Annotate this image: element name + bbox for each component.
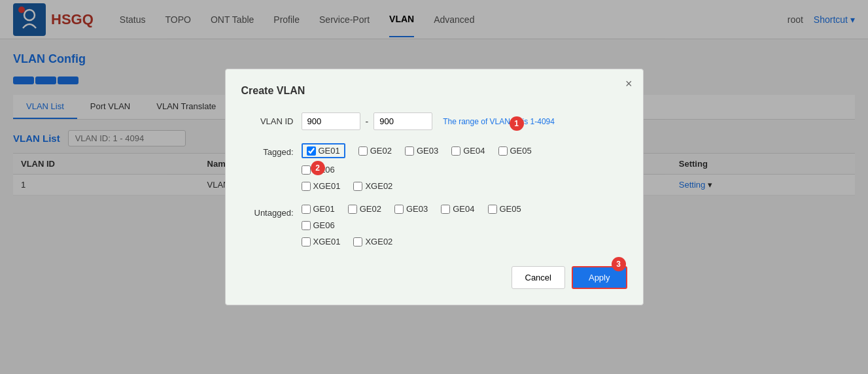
untagged-ge05-label: GE05 bbox=[500, 204, 521, 214]
tagged-ge04-checkbox[interactable] bbox=[451, 146, 460, 156]
tagged-xge02-item: XGE02 bbox=[353, 181, 392, 191]
tagged-xge02-label: XGE02 bbox=[365, 181, 392, 191]
tagged-xge02-checkbox[interactable] bbox=[353, 182, 362, 191]
untagged-ge01-item: GE01 bbox=[302, 204, 335, 214]
untagged-ge04-checkbox[interactable] bbox=[441, 205, 450, 214]
tagged-ge01-item: GE01 bbox=[302, 143, 345, 158]
untagged-ge02-checkbox[interactable] bbox=[348, 205, 357, 214]
create-vlan-dialog: Create VLAN × 1 VLAN ID - The range of V… bbox=[225, 69, 644, 305]
untagged-checkbox-group: GE01 GE02 GE03 GE04 bbox=[302, 204, 627, 246]
untagged-ge06-checkbox[interactable] bbox=[302, 221, 311, 230]
tagged-ge05-label: GE05 bbox=[510, 146, 532, 156]
tagged-row: Tagged: GE01 GE02 GE03 bbox=[241, 143, 627, 191]
untagged-xge02-item: XGE02 bbox=[353, 237, 392, 246]
untagged-ge01-label: GE01 bbox=[313, 204, 335, 214]
untagged-ge03-label: GE03 bbox=[406, 204, 428, 214]
untagged-xge02-checkbox[interactable] bbox=[353, 237, 362, 246]
tagged-ge01-label: GE01 bbox=[319, 146, 340, 156]
untagged-controls: GE01 GE02 GE03 GE04 bbox=[302, 204, 627, 246]
tagged-xge01-item: XGE01 bbox=[302, 181, 341, 191]
cancel-button[interactable]: Cancel bbox=[512, 266, 565, 289]
tagged-ge06-checkbox[interactable] bbox=[302, 165, 311, 175]
untagged-ge02-item: GE02 bbox=[348, 204, 381, 214]
step-badge-1: 1 bbox=[510, 116, 524, 131]
untagged-ge05-checkbox[interactable] bbox=[488, 205, 497, 214]
tagged-ge02-checkbox[interactable] bbox=[358, 146, 368, 156]
untagged-row: Untagged: GE01 GE02 GE03 bbox=[241, 204, 627, 246]
vlan-id-separator: - bbox=[366, 116, 369, 127]
tagged-ge05-checkbox[interactable] bbox=[498, 146, 508, 156]
tagged-ge03-label: GE03 bbox=[417, 146, 438, 156]
vlan-id-controls: - The range of VLAN ID is 1-4094 bbox=[302, 112, 627, 130]
tagged-ge01-checkbox[interactable] bbox=[307, 146, 316, 156]
untagged-xge02-label: XGE02 bbox=[365, 237, 392, 246]
tagged-xge01-label: XGE01 bbox=[313, 181, 341, 191]
dialog-close-button[interactable]: × bbox=[625, 77, 633, 91]
untagged-ge04-item: GE04 bbox=[441, 204, 474, 214]
tagged-ge02-item: GE02 bbox=[358, 143, 392, 158]
tagged-checkbox-group: GE01 GE02 GE03 GE04 bbox=[302, 143, 627, 191]
vlan-id-start-input[interactable] bbox=[302, 112, 360, 130]
tagged-ge06-item: GE06 bbox=[302, 165, 627, 175]
tagged-ge03-item: GE03 bbox=[405, 143, 438, 158]
vlan-id-row: VLAN ID - The range of VLAN ID is 1-4094 bbox=[241, 112, 627, 130]
tagged-ge03-checkbox[interactable] bbox=[405, 146, 414, 156]
tagged-ge04-item: GE04 bbox=[451, 143, 485, 158]
untagged-xge01-checkbox[interactable] bbox=[302, 237, 311, 246]
vlan-id-end-input[interactable] bbox=[373, 112, 432, 130]
untagged-ge06-label: GE06 bbox=[313, 220, 335, 230]
untagged-ge04-label: GE04 bbox=[453, 204, 474, 214]
tagged-ge05-item: GE05 bbox=[498, 143, 532, 158]
dialog-title: Create VLAN bbox=[241, 85, 627, 97]
untagged-ge06-item: GE06 bbox=[302, 220, 627, 230]
untagged-ge02-label: GE02 bbox=[360, 204, 381, 214]
vlan-id-label: VLAN ID bbox=[241, 112, 294, 126]
dialog-overlay: Create VLAN × 1 VLAN ID - The range of V… bbox=[0, 0, 868, 374]
untagged-ge03-checkbox[interactable] bbox=[394, 205, 404, 214]
untagged-label: Untagged: bbox=[241, 204, 294, 218]
tagged-xge01-checkbox[interactable] bbox=[302, 182, 311, 191]
step-badge-3: 3 bbox=[612, 257, 626, 271]
step-badge-2: 2 bbox=[311, 161, 325, 175]
untagged-xge01-label: XGE01 bbox=[313, 237, 341, 246]
untagged-ge05-item: GE05 bbox=[488, 204, 521, 214]
page-content: VLAN Config VLAN List Port VLAN VLAN Tra… bbox=[0, 39, 868, 374]
tagged-ge02-label: GE02 bbox=[370, 146, 392, 156]
tagged-label: Tagged: bbox=[241, 143, 294, 157]
untagged-xge01-item: XGE01 bbox=[302, 237, 341, 246]
dialog-footer: 3 Cancel Apply bbox=[241, 266, 627, 289]
vlan-range-hint: The range of VLAN ID is 1-4094 bbox=[443, 117, 555, 126]
tagged-controls: GE01 GE02 GE03 GE04 bbox=[302, 143, 627, 191]
untagged-ge01-checkbox[interactable] bbox=[302, 205, 311, 214]
untagged-ge03-item: GE03 bbox=[394, 204, 428, 214]
tagged-ge04-label: GE04 bbox=[463, 146, 485, 156]
